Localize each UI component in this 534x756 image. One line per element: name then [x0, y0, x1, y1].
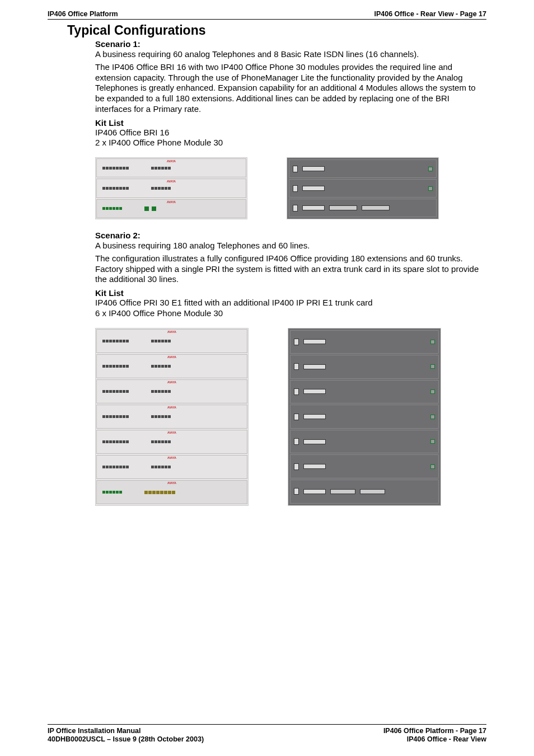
brand-label: AVAYA: [167, 180, 176, 183]
module-rear: [290, 355, 439, 379]
footer-right-line2: IP406 Office - Rear View: [383, 735, 486, 744]
expansion-port-icon: [428, 186, 433, 191]
scenario-2-detail: The configuration illustrates a fully co…: [95, 253, 484, 285]
footer-left: IP Office Installation Manual 40DHB0002U…: [48, 727, 204, 744]
header-left-text: IP406 Office Platform: [48, 10, 118, 18]
power-connector-icon: [293, 205, 298, 212]
module-front: AVAYA: [96, 480, 247, 504]
brand-label: AVAYA: [167, 456, 176, 459]
scenario-1-heading: Scenario 1:: [95, 39, 484, 49]
slot-icon: [362, 205, 390, 210]
module-rear: [289, 179, 437, 198]
scenario-1-detail: The IP406 Office BRI 16 with two IP400 O…: [95, 62, 484, 115]
module-rear: [289, 159, 437, 178]
expansion-port-icon: [428, 167, 433, 171]
scenario-2-summary: A business requiring 180 analog Telephon…: [95, 241, 484, 251]
brand-label: AVAYA: [167, 481, 176, 485]
module-front: AVAYA: [96, 354, 247, 378]
page-footer: IP Office Installation Manual 40DHB0002U…: [48, 724, 486, 744]
module-rear: [290, 405, 439, 429]
header-right-text: IP406 Office - Rear View - Page 17: [374, 10, 486, 18]
scenario-1-diagrams: AVAYA AVAYA AVAYA: [95, 157, 484, 219]
module-front: AVAYA: [96, 179, 246, 198]
power-connector-icon: [293, 185, 298, 192]
footer-right: IP406 Office Platform - Page 17 IP406 Of…: [383, 727, 486, 744]
module-front: AVAYA: [96, 455, 247, 479]
scenario-2-heading: Scenario 2:: [95, 231, 484, 240]
scenario-2-kitlist-title: Kit List: [95, 288, 484, 298]
slot-icon: [329, 205, 357, 210]
module-front: AVAYA: [96, 158, 246, 177]
dte-port-icon: [302, 205, 325, 210]
module-rear: [290, 380, 439, 404]
scenario-1-front-view-diagram: AVAYA AVAYA AVAYA: [95, 157, 247, 219]
scenario-2-diagrams: AVAYA AVAYA AVAYA: [95, 328, 484, 506]
power-connector-icon: [293, 166, 298, 172]
scenario-1-summary: A business requiring 60 analog Telephone…: [95, 49, 484, 60]
module-rear: [290, 430, 439, 454]
module-front: AVAYA: [96, 329, 247, 353]
dte-port-icon: [302, 186, 325, 191]
brand-label: AVAYA: [167, 406, 176, 409]
brand-label: AVAYA: [167, 200, 176, 204]
scenario-1-kit-item-1: IP406 Office BRI 16: [95, 128, 484, 138]
brand-label: AVAYA: [167, 431, 176, 434]
brand-label: AVAYA: [167, 381, 176, 384]
scenario-1-rear-view-diagram: [287, 157, 439, 219]
module-rear: [290, 330, 439, 354]
brand-label: AVAYA: [167, 355, 176, 359]
footer-left-line1: IP Office Installation Manual: [48, 727, 204, 736]
scenario-2-front-view-diagram: AVAYA AVAYA AVAYA: [95, 328, 249, 506]
footer-left-line2: 40DHB0002USCL – Issue 9 (28th October 20…: [48, 735, 204, 744]
module-front: AVAYA: [96, 379, 247, 403]
scenario-1-kit-item-2: 2 x IP400 Office Phone Module 30: [95, 138, 484, 148]
footer-right-line1: IP406 Office Platform - Page 17: [383, 727, 486, 736]
module-rear: [289, 199, 437, 217]
scenario-1-kitlist-title: Kit List: [95, 118, 484, 128]
brand-label: AVAYA: [167, 159, 176, 163]
module-rear: [290, 454, 439, 478]
module-front: AVAYA: [96, 405, 247, 429]
scenario-2-kit-item-2: 6 x IP400 Office Phone Module 30: [95, 308, 484, 319]
scenario-2-kit-item-1: IP406 Office PRI 30 E1 fitted with an ad…: [95, 298, 484, 308]
module-front: AVAYA: [96, 430, 247, 454]
scenario-2-rear-view-diagram: [288, 328, 441, 506]
scenario-1-section: Scenario 1: A business requiring 60 anal…: [95, 39, 484, 506]
page-title: Typical Configurations: [67, 23, 486, 38]
module-front: AVAYA: [96, 199, 246, 218]
module-rear: [290, 480, 439, 504]
page-header: IP406 Office Platform IP406 Office - Rea…: [48, 10, 486, 20]
dte-port-icon: [302, 166, 325, 171]
scenario-2-section: Scenario 2: A business requiring 180 ana…: [95, 231, 484, 506]
brand-label: AVAYA: [167, 330, 176, 334]
